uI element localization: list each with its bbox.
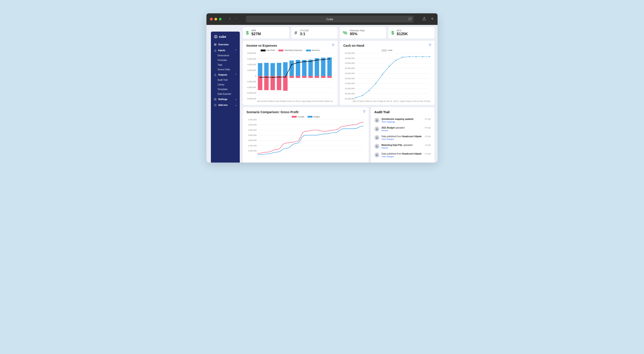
- sidebar-item-addons[interactable]: Add-ons ⌃: [211, 102, 240, 108]
- sidebar-sub-library[interactable]: Library: [211, 82, 240, 87]
- sidebar-sub-dimensions[interactable]: Dimensions: [211, 53, 240, 58]
- sidebar-item-outputs[interactable]: Outputs ⌃: [211, 72, 240, 78]
- sidebar-sub-formulas[interactable]: Formulas: [211, 58, 240, 63]
- filter-icon[interactable]: [332, 43, 334, 47]
- svg-point-116: [375, 83, 376, 84]
- svg-rect-56: [308, 60, 313, 76]
- svg-point-77: [316, 60, 317, 61]
- svg-text:-8,000,000: -8,000,000: [247, 98, 256, 100]
- maximize-window[interactable]: [219, 18, 222, 21]
- svg-rect-32: [258, 63, 262, 76]
- svg-text:-4,000,000: -4,000,000: [247, 86, 256, 89]
- svg-point-79: [329, 58, 330, 59]
- card-title: Audit Trail: [374, 110, 431, 114]
- sidebar-item-inputs[interactable]: Inputs ⌃: [211, 47, 240, 53]
- chart-row-1: Income vs Expenses Net Profit Operating …: [243, 41, 434, 105]
- svg-point-143: [376, 145, 377, 146]
- audit-title: Data published from Headcount Udpate: [382, 153, 423, 155]
- reload-icon[interactable]: [408, 17, 411, 21]
- kpi-label: Retention Rate: [350, 29, 365, 32]
- audit-time: 1d ago: [425, 135, 431, 140]
- filter-icon[interactable]: [363, 110, 366, 114]
- audit-link[interactable]: View changes: [382, 138, 423, 140]
- audit-link[interactable]: Review: [382, 147, 423, 149]
- svg-point-10: [215, 99, 216, 100]
- card-title: Scenario Comparison: Gross Profit: [246, 110, 365, 114]
- svg-text:22,500,000: 22,500,000: [345, 72, 355, 75]
- sidebar-item-settings[interactable]: Settings ⌃: [211, 96, 240, 102]
- filter-icon[interactable]: [429, 43, 431, 47]
- svg-rect-62: [321, 58, 326, 76]
- sidebar-sub-tags[interactable]: Tags: [211, 63, 240, 67]
- new-tab-icon[interactable]: [430, 17, 434, 21]
- svg-rect-63: [321, 76, 326, 78]
- svg-point-74: [298, 62, 298, 63]
- svg-text:Jan-21: Jan-21: [353, 100, 359, 102]
- svg-rect-6: [215, 45, 216, 45]
- window-controls: [210, 18, 222, 21]
- svg-text:Dec-21: Dec-21: [326, 100, 333, 102]
- brand[interactable]: cube: [211, 35, 240, 42]
- sidebar-item-overview[interactable]: Overview: [211, 42, 240, 47]
- svg-rect-41: [277, 63, 281, 76]
- svg-text:0: 0: [255, 75, 256, 77]
- svg-text:Oct-21: Oct-21: [314, 100, 320, 102]
- addon-icon: [214, 104, 216, 106]
- audit-link[interactable]: View changes: [382, 155, 423, 158]
- svg-rect-5: [215, 44, 216, 44]
- brand-name: cube: [219, 35, 226, 39]
- svg-point-78: [323, 59, 324, 60]
- svg-rect-4: [214, 44, 215, 44]
- close-window[interactable]: [210, 18, 213, 21]
- svg-text:2,000,000: 2,000,000: [247, 69, 256, 71]
- svg-point-142: [376, 137, 377, 138]
- svg-point-70: [272, 77, 273, 78]
- forward-button[interactable]: [234, 17, 237, 21]
- sidebar-sub-source-data[interactable]: Source Data: [211, 67, 240, 72]
- main-content: $ ARR $27M # LTV:CAC 3:1 % Re: [240, 25, 438, 163]
- audit-link[interactable]: Review: [382, 129, 423, 132]
- dollar-icon: $: [391, 30, 394, 36]
- svg-rect-53: [302, 60, 306, 76]
- card-scenario-comparison: Scenario Comparison: Gross Profit Actual…: [243, 107, 369, 163]
- svg-point-120: [402, 57, 403, 58]
- svg-text:4,000,000: 4,000,000: [247, 63, 256, 66]
- svg-text:2,200,000: 2,200,000: [248, 150, 257, 152]
- sidebar-sub-data-exporter[interactable]: Data Exporter: [211, 92, 240, 96]
- nav-arrows: [228, 17, 237, 21]
- audit-time: 2d ago: [425, 153, 431, 158]
- sidebar-sub-audit-trail[interactable]: Audit Trail: [211, 78, 240, 82]
- audit-time: 2h ago: [425, 118, 431, 123]
- titlebar: Cube: [206, 13, 438, 25]
- sidebar-label: Settings: [218, 98, 227, 101]
- back-button[interactable]: [228, 17, 231, 21]
- svg-point-113: [355, 97, 356, 98]
- svg-rect-48: [290, 76, 294, 78]
- brand-logo-icon: [214, 35, 218, 39]
- audit-link[interactable]: View mappings: [382, 121, 423, 123]
- sidebar-sub-templates[interactable]: Templates: [211, 87, 240, 92]
- audit-item: 2021 Budget uploaded Review 6h ago: [374, 125, 431, 133]
- chevron-up-icon: ⌃: [235, 49, 237, 51]
- chart-legend: Cash: [343, 49, 431, 51]
- kpi-row: $ ARR $27M # LTV:CAC 3:1 % Re: [243, 27, 434, 39]
- svg-text:2,400,000: 2,400,000: [248, 144, 257, 147]
- avatar: [374, 135, 379, 140]
- svg-text:20,500,000: 20,500,000: [345, 93, 355, 95]
- svg-text:Jul-21: Jul-21: [393, 100, 399, 102]
- kpi-value: $27M: [251, 32, 261, 36]
- svg-text:-2,000,000: -2,000,000: [247, 81, 256, 83]
- svg-point-121: [409, 56, 410, 57]
- audit-title: Marketing Dept P&L uploaded: [382, 144, 423, 146]
- svg-point-68: [260, 77, 260, 78]
- sidebar-label: Overview: [218, 43, 229, 46]
- minimize-window[interactable]: [214, 18, 217, 21]
- kpi-acv: $ ACV $125K: [388, 27, 434, 39]
- svg-text:2,800,000: 2,800,000: [248, 134, 257, 136]
- url-bar[interactable]: Cube: [246, 16, 414, 23]
- share-icon[interactable]: [422, 17, 426, 21]
- kpi-value: 3:1: [300, 32, 309, 36]
- audit-time: 6h ago: [425, 127, 431, 132]
- svg-point-144: [376, 154, 377, 155]
- dollar-icon: $: [246, 30, 249, 36]
